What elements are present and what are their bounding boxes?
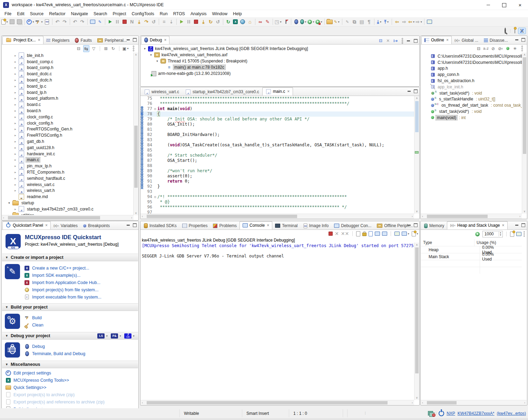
minimize-window-button[interactable]	[480, 0, 496, 10]
code-line[interactable]: 95 * @}	[141, 199, 414, 205]
maximize-view-icon[interactable]	[521, 223, 525, 227]
expander-icon[interactable]: ▸	[14, 170, 17, 174]
tree-item[interactable]: ▸.hboard_dcdc.h	[2, 77, 133, 83]
expander-icon[interactable]: ▸	[14, 103, 17, 106]
close-tab-icon[interactable]: ×	[267, 223, 269, 228]
linkserver-probe-button[interactable]: LS▼	[97, 333, 108, 339]
outline-scrollbar[interactable]: ∧∨	[522, 52, 527, 214]
outline-item-inactive[interactable]: app_lce_init.h	[421, 84, 522, 90]
expander-icon[interactable]: ▸	[14, 72, 17, 76]
tab-startup-c[interactable]: .cstartup_kw47b42zb7_cm33_core0.c	[182, 88, 262, 96]
collapse-all-icon[interactable]: ⊟	[379, 38, 382, 43]
minimize-view-icon[interactable]	[408, 225, 411, 226]
tree-item[interactable]: ▸.cboard_comp.c	[2, 59, 133, 65]
drop-to-frame-icon[interactable]: ⇣	[168, 18, 175, 26]
code-line[interactable]: 90 assert(0);	[141, 174, 414, 179]
link-with-editor-icon[interactable]: ✳	[512, 46, 518, 52]
menu-source[interactable]: Source	[27, 11, 47, 17]
save-all-icon[interactable]	[16, 18, 23, 26]
sort-icon[interactable]: a↓z	[483, 46, 489, 52]
build-all-projects-link[interactable]: 010Build all projects	[6, 406, 135, 408]
expander-icon[interactable]: ▸	[14, 189, 17, 192]
power-target-icon[interactable]	[439, 411, 444, 416]
menu-file[interactable]: File	[2, 11, 14, 17]
menu-rtos[interactable]: RTOS	[170, 11, 188, 17]
code-line[interactable]: 91 return 0;	[141, 179, 414, 184]
code-line[interactable]: 97	[141, 210, 414, 214]
skip-breakpoints-icon[interactable]	[283, 18, 289, 26]
expander-icon[interactable]: ▸	[14, 60, 17, 64]
expander-icon[interactable]: ▸	[14, 78, 17, 82]
debug-thread-row[interactable]: ▾Thread #1 57005 (Suspended : Breakpoint…	[141, 58, 419, 64]
maximize-view-icon[interactable]	[414, 39, 418, 43]
project-tree-scrollbar[interactable]: ∧∨	[133, 52, 138, 215]
terminate-build-debug-link[interactable]: Terminate, Build and Debug	[24, 350, 85, 357]
close-tab-icon[interactable]: ×	[45, 223, 48, 228]
search-pencil-icon[interactable]: ✎	[97, 18, 103, 26]
suspend-icon[interactable]	[114, 18, 121, 26]
tree-item[interactable]: ▸.hble_init.h	[2, 52, 133, 59]
outline-item[interactable]: ⊕Sstart_task(void*): void	[421, 90, 522, 96]
column-type[interactable]: Type	[421, 240, 474, 245]
code-line[interactable]: 94⊖/*! *********************************…	[141, 194, 414, 199]
expander-icon[interactable]: ▸	[14, 158, 17, 162]
next-edit-location2-icon[interactable]: ⇨	[401, 18, 408, 26]
tree-item[interactable]: ▸.hboard_platform.h	[2, 96, 133, 102]
run-as-icon[interactable]: ▼	[307, 18, 315, 26]
close-window-button[interactable]: ×	[512, 0, 528, 10]
code-line[interactable]: 82 BOARD_InitHardware();	[141, 132, 414, 137]
terminate-icon[interactable]	[121, 18, 128, 26]
tab-variables[interactable]: (x)=Variables	[51, 222, 80, 229]
code-line[interactable]: 76 *************************************…	[141, 101, 414, 106]
quick-settings-link[interactable]: Quick Settings>>	[6, 384, 135, 391]
section-build[interactable]: ▼Build your project	[2, 303, 138, 311]
scroll-lock-icon[interactable]	[362, 233, 366, 236]
hide-static-icon[interactable]: ⊘s	[498, 46, 503, 52]
tab-registers[interactable]: 10100101Registers	[43, 37, 72, 44]
launch-config-error-icon[interactable]	[428, 411, 433, 416]
expander-icon[interactable]: ▸	[14, 54, 17, 57]
mcuxpresso-welcome-icon[interactable]: X	[232, 18, 239, 26]
maximize-view-icon[interactable]	[414, 89, 418, 93]
start-refresh-icon[interactable]	[475, 232, 480, 236]
show-stdout-icon[interactable]	[375, 232, 380, 236]
config-tools-link[interactable]: XMCUXpresso Config Tools>>	[6, 377, 135, 383]
link-chain-icon[interactable]: ∞	[257, 18, 264, 26]
previous-annotation-icon[interactable]: ⤒▼	[383, 18, 390, 26]
tab-faults[interactable]: Faults	[72, 37, 95, 44]
expander-icon[interactable]: ▸	[14, 164, 17, 168]
tab-disassembly[interactable]: Disasse...	[481, 37, 511, 44]
expander-icon[interactable]: ▸	[14, 127, 17, 131]
debug-link[interactable]: Debug	[24, 343, 85, 350]
tree-folder[interactable]: ▾startup	[2, 200, 133, 206]
expander-icon[interactable]: ▸	[14, 152, 17, 156]
open-perspective-icon[interactable]	[515, 28, 515, 33]
outline-item[interactable]: fsl_os_abstraction.h	[421, 78, 522, 84]
tab-debugger-console[interactable]: Debugger Con...	[331, 222, 374, 229]
section-create-import[interactable]: ▼Create or import a project	[2, 254, 138, 261]
resume-icon[interactable]	[107, 18, 114, 26]
outline-item[interactable]: SCos_thread_def_start_task: const osa_ta…	[421, 102, 522, 108]
menu-navigate[interactable]: Navigate	[68, 11, 91, 17]
jlink-probe-button[interactable]: JLink▼	[124, 333, 135, 339]
menu-run[interactable]: Run	[157, 11, 170, 17]
expander-icon[interactable]: ▸	[14, 140, 17, 143]
refresh-icon[interactable]: ↻	[110, 46, 116, 52]
expander-icon[interactable]: ▸	[14, 146, 17, 149]
suspend-all-icon[interactable]	[186, 18, 192, 26]
tree-item[interactable]: ▸.hclock_config.h	[2, 120, 133, 126]
close-tab-icon[interactable]: ×	[446, 38, 449, 42]
tab-image-info[interactable]: 010Image Info	[301, 222, 332, 229]
code-line[interactable]: 75 *************************************…	[141, 96, 414, 101]
create-new-project-link[interactable]: XCreate a new C/C++ project...	[24, 265, 101, 271]
outline-hscrollbar[interactable]: ‹›	[421, 214, 522, 219]
import-sdk-examples-link[interactable]: XImport SDK example(s)...	[24, 272, 101, 279]
tab-properties[interactable]: Properties	[179, 222, 211, 229]
code-line[interactable]: 79 /* Init OSA: should be called before …	[141, 117, 414, 122]
tree-item[interactable]: ▸.hgatt_db.h	[2, 138, 133, 145]
show-source-icon[interactable]: ▤	[359, 18, 365, 26]
close-tab-icon[interactable]: ×	[38, 38, 40, 42]
menu-search[interactable]: Search	[91, 11, 110, 17]
minimize-view-icon[interactable]	[515, 39, 518, 40]
new-wizard-icon[interactable]: ▼	[1, 18, 8, 26]
